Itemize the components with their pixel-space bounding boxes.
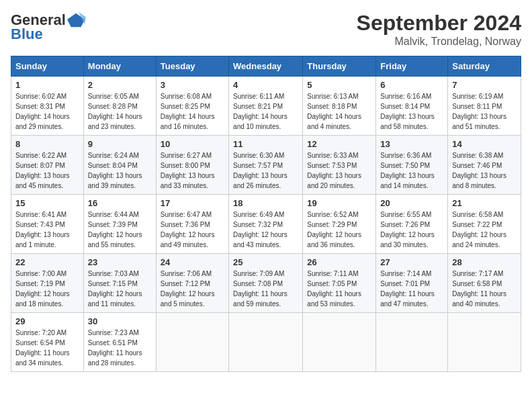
calendar-cell: 3 Sunrise: 6:08 AM Sunset: 8:25 PM Dayli… — [156, 77, 228, 136]
day-number: 1 — [15, 80, 79, 90]
day-number: 15 — [15, 198, 79, 208]
weekday-header-wednesday: Wednesday — [229, 56, 303, 77]
day-number: 21 — [452, 198, 517, 208]
day-detail: Sunrise: 7:17 AM Sunset: 6:58 PM Dayligh… — [452, 269, 517, 309]
calendar-cell: 23 Sunrise: 7:03 AM Sunset: 7:15 PM Dayl… — [83, 254, 156, 313]
calendar-week-row: 22 Sunrise: 7:00 AM Sunset: 7:19 PM Dayl… — [11, 254, 521, 313]
calendar-cell: 4 Sunrise: 6:11 AM Sunset: 8:21 PM Dayli… — [229, 77, 303, 136]
day-detail: Sunrise: 6:27 AM Sunset: 8:00 PM Dayligh… — [161, 150, 224, 191]
day-detail: Sunrise: 6:24 AM Sunset: 8:04 PM Dayligh… — [88, 150, 152, 191]
calendar-table: SundayMondayTuesdayWednesdayThursdayFrid… — [11, 56, 521, 372]
calendar-cell: 27 Sunrise: 7:14 AM Sunset: 7:01 PM Dayl… — [376, 254, 448, 313]
day-detail: Sunrise: 6:38 AM Sunset: 7:46 PM Dayligh… — [452, 150, 517, 191]
day-detail: Sunrise: 6:16 AM Sunset: 8:14 PM Dayligh… — [380, 91, 443, 132]
weekday-header-thursday: Thursday — [303, 56, 376, 77]
calendar-cell: 25 Sunrise: 7:09 AM Sunset: 7:08 PM Dayl… — [229, 254, 303, 313]
calendar-week-row: 29 Sunrise: 7:20 AM Sunset: 6:54 PM Dayl… — [11, 313, 521, 372]
calendar-cell — [376, 313, 448, 372]
month-year-title: September 2024 — [357, 11, 521, 36]
calendar-cell: 8 Sunrise: 6:22 AM Sunset: 8:07 PM Dayli… — [11, 136, 84, 195]
calendar-cell: 7 Sunrise: 6:19 AM Sunset: 8:11 PM Dayli… — [448, 77, 521, 136]
calendar-cell: 1 Sunrise: 6:02 AM Sunset: 8:31 PM Dayli… — [11, 77, 84, 136]
day-number: 6 — [380, 80, 443, 90]
calendar-week-row: 1 Sunrise: 6:02 AM Sunset: 8:31 PM Dayli… — [11, 77, 521, 136]
day-number: 13 — [380, 139, 443, 149]
day-number: 20 — [380, 198, 443, 208]
day-number: 25 — [233, 257, 298, 267]
day-number: 11 — [233, 139, 298, 149]
weekday-header-sunday: Sunday — [11, 56, 84, 77]
calendar-cell: 16 Sunrise: 6:44 AM Sunset: 7:39 PM Dayl… — [83, 195, 156, 254]
page-header: General Blue September 2024 Malvik, Tron… — [11, 11, 521, 48]
calendar-cell: 29 Sunrise: 7:20 AM Sunset: 6:54 PM Dayl… — [11, 313, 84, 372]
day-detail: Sunrise: 6:33 AM Sunset: 7:53 PM Dayligh… — [307, 150, 371, 191]
day-detail: Sunrise: 7:03 AM Sunset: 7:15 PM Dayligh… — [88, 269, 152, 309]
calendar-cell: 20 Sunrise: 6:55 AM Sunset: 7:26 PM Dayl… — [376, 195, 448, 254]
day-detail: Sunrise: 7:11 AM Sunset: 7:05 PM Dayligh… — [307, 269, 371, 309]
day-number: 3 — [161, 80, 224, 90]
calendar-cell: 15 Sunrise: 6:41 AM Sunset: 7:43 PM Dayl… — [11, 195, 84, 254]
weekday-header-friday: Friday — [376, 56, 448, 77]
calendar-week-row: 15 Sunrise: 6:41 AM Sunset: 7:43 PM Dayl… — [11, 195, 521, 254]
day-number: 22 — [15, 257, 79, 267]
calendar-cell: 21 Sunrise: 6:58 AM Sunset: 7:22 PM Dayl… — [448, 195, 521, 254]
weekday-header-tuesday: Tuesday — [156, 56, 228, 77]
calendar-cell: 17 Sunrise: 6:47 AM Sunset: 7:36 PM Dayl… — [156, 195, 228, 254]
logo: General Blue — [11, 11, 86, 43]
day-detail: Sunrise: 6:11 AM Sunset: 8:21 PM Dayligh… — [233, 91, 298, 132]
day-detail: Sunrise: 6:13 AM Sunset: 8:18 PM Dayligh… — [307, 91, 371, 132]
day-number: 2 — [88, 80, 152, 90]
day-detail: Sunrise: 6:05 AM Sunset: 8:28 PM Dayligh… — [88, 91, 152, 132]
day-number: 10 — [161, 139, 224, 149]
day-number: 12 — [307, 139, 371, 149]
day-detail: Sunrise: 6:02 AM Sunset: 8:31 PM Dayligh… — [15, 91, 79, 132]
calendar-header-row: SundayMondayTuesdayWednesdayThursdayFrid… — [11, 56, 521, 77]
day-detail: Sunrise: 6:44 AM Sunset: 7:39 PM Dayligh… — [88, 210, 152, 250]
day-detail: Sunrise: 6:19 AM Sunset: 8:11 PM Dayligh… — [452, 91, 517, 132]
day-detail: Sunrise: 6:30 AM Sunset: 7:57 PM Dayligh… — [233, 150, 298, 191]
calendar-cell: 6 Sunrise: 6:16 AM Sunset: 8:14 PM Dayli… — [376, 77, 448, 136]
day-detail: Sunrise: 7:00 AM Sunset: 7:19 PM Dayligh… — [15, 269, 79, 309]
day-detail: Sunrise: 6:49 AM Sunset: 7:32 PM Dayligh… — [233, 210, 298, 250]
day-number: 4 — [233, 80, 298, 90]
day-number: 23 — [88, 257, 152, 267]
weekday-header-saturday: Saturday — [448, 56, 521, 77]
day-number: 18 — [233, 198, 298, 208]
day-number: 9 — [88, 139, 152, 149]
day-number: 16 — [88, 198, 152, 208]
calendar-cell: 11 Sunrise: 6:30 AM Sunset: 7:57 PM Dayl… — [229, 136, 303, 195]
calendar-cell — [448, 313, 521, 372]
day-detail: Sunrise: 6:22 AM Sunset: 8:07 PM Dayligh… — [15, 150, 79, 191]
logo-icon — [67, 11, 86, 30]
calendar-cell: 13 Sunrise: 6:36 AM Sunset: 7:50 PM Dayl… — [376, 136, 448, 195]
day-detail: Sunrise: 6:41 AM Sunset: 7:43 PM Dayligh… — [15, 210, 79, 250]
day-detail: Sunrise: 7:14 AM Sunset: 7:01 PM Dayligh… — [380, 269, 443, 309]
day-number: 17 — [161, 198, 224, 208]
calendar-cell: 19 Sunrise: 6:52 AM Sunset: 7:29 PM Dayl… — [303, 195, 376, 254]
day-detail: Sunrise: 7:09 AM Sunset: 7:08 PM Dayligh… — [233, 269, 298, 309]
day-detail: Sunrise: 7:23 AM Sunset: 6:51 PM Dayligh… — [88, 328, 152, 368]
day-detail: Sunrise: 7:20 AM Sunset: 6:54 PM Dayligh… — [15, 328, 79, 368]
calendar-cell: 18 Sunrise: 6:49 AM Sunset: 7:32 PM Dayl… — [229, 195, 303, 254]
day-number: 19 — [307, 198, 371, 208]
calendar-cell: 9 Sunrise: 6:24 AM Sunset: 8:04 PM Dayli… — [83, 136, 156, 195]
title-block: September 2024 Malvik, Trondelag, Norway — [357, 11, 521, 48]
day-detail: Sunrise: 7:06 AM Sunset: 7:12 PM Dayligh… — [161, 269, 224, 309]
calendar-week-row: 8 Sunrise: 6:22 AM Sunset: 8:07 PM Dayli… — [11, 136, 521, 195]
day-number: 28 — [452, 257, 517, 267]
day-detail: Sunrise: 6:58 AM Sunset: 7:22 PM Dayligh… — [452, 210, 517, 250]
day-detail: Sunrise: 6:52 AM Sunset: 7:29 PM Dayligh… — [307, 210, 371, 250]
calendar-cell: 2 Sunrise: 6:05 AM Sunset: 8:28 PM Dayli… — [83, 77, 156, 136]
calendar-cell: 30 Sunrise: 7:23 AM Sunset: 6:51 PM Dayl… — [83, 313, 156, 372]
day-number: 26 — [307, 257, 371, 267]
day-number: 5 — [307, 80, 371, 90]
calendar-cell — [303, 313, 376, 372]
calendar-cell: 5 Sunrise: 6:13 AM Sunset: 8:18 PM Dayli… — [303, 77, 376, 136]
day-number: 29 — [15, 316, 79, 326]
logo-blue-text: Blue — [11, 26, 43, 43]
day-number: 8 — [15, 139, 79, 149]
weekday-header-monday: Monday — [83, 56, 156, 77]
calendar-cell: 14 Sunrise: 6:38 AM Sunset: 7:46 PM Dayl… — [448, 136, 521, 195]
day-detail: Sunrise: 6:47 AM Sunset: 7:36 PM Dayligh… — [161, 210, 224, 250]
day-number: 27 — [380, 257, 443, 267]
